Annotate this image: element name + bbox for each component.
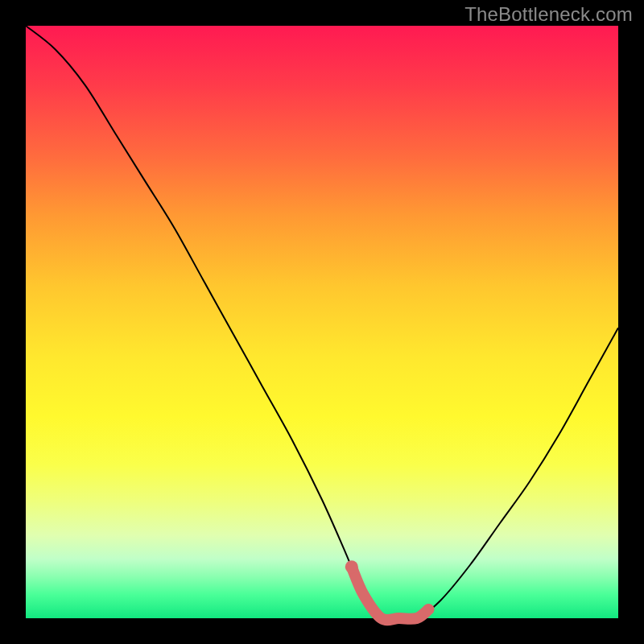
chart-svg [26, 26, 618, 618]
chart-outer-frame: TheBottleneck.com [0, 0, 644, 644]
bottleneck-curve [26, 26, 618, 620]
watermark-text: TheBottleneck.com [464, 3, 633, 26]
optimal-range-marker [352, 567, 429, 620]
optimal-point-dot [345, 560, 358, 573]
